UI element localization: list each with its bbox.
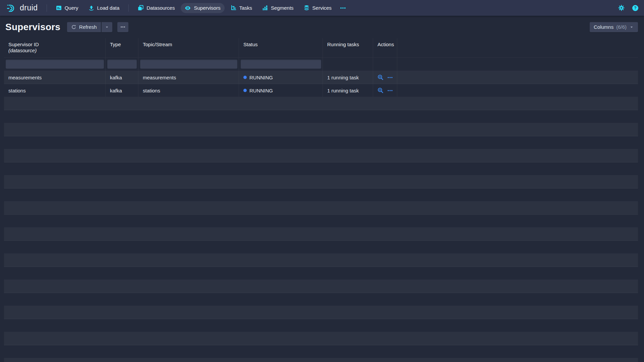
columns-label: Columns [594, 24, 613, 30]
bar-chart-icon [262, 5, 268, 11]
running-tasks-cell: 1 running task [323, 71, 373, 84]
filter-input-status[interactable] [241, 60, 321, 69]
empty-table-row [4, 280, 638, 293]
status-cell: RUNNING [239, 84, 323, 97]
table-row: measurementskafkameasurementsRUNNING1 ru… [4, 71, 638, 84]
empty-table-row [4, 267, 638, 280]
type-cell: kafka [106, 71, 138, 84]
druid-logo-icon [7, 3, 17, 13]
status-label: RUNNING [249, 75, 273, 80]
empty-table-row [4, 162, 638, 175]
nav-item-label: Load data [97, 5, 120, 11]
table-row: stationskafkastationsRUNNING1 running ta… [4, 84, 638, 97]
nav-item-datasources[interactable]: Datasources [134, 3, 179, 13]
empty-table-row [4, 123, 638, 136]
nav-item-tasks[interactable]: Tasks [227, 3, 256, 13]
inspect-icon[interactable] [377, 74, 384, 80]
refresh-button-group: Refresh [67, 22, 112, 32]
topic-stream-cell: stations [138, 84, 239, 97]
nav-item-services[interactable]: Services [300, 3, 336, 13]
topic-stream-cell: measurements [138, 71, 239, 84]
empty-table-row [4, 149, 638, 162]
row-more-icon[interactable] [387, 75, 393, 80]
row-more-icon[interactable] [387, 88, 393, 93]
empty-table-row [4, 306, 638, 319]
caret-down-icon [105, 25, 109, 29]
empty-table-row [4, 97, 638, 110]
empty-table-row [4, 241, 638, 254]
nav-more-button[interactable] [337, 3, 349, 13]
filter-input-type[interactable] [107, 60, 137, 69]
filter-input-supervisor-id[interactable] [6, 60, 104, 69]
druid-wordmark: druid [20, 3, 38, 12]
nav-divider [128, 4, 129, 12]
nav-item-supervisors[interactable]: Supervisors [181, 3, 224, 13]
empty-table-row [4, 332, 638, 345]
column-header-status[interactable]: Status [239, 38, 323, 57]
table-header-row: Supervisor ID (datasource) Type Topic/St… [4, 38, 638, 58]
refresh-label: Refresh [79, 24, 97, 30]
help-icon: ? [632, 5, 639, 11]
status-label: RUNNING [249, 88, 273, 93]
empty-table-row [4, 254, 638, 267]
nav-divider [47, 4, 47, 12]
empty-table-row [4, 110, 638, 123]
column-header-running-tasks[interactable]: Running tasks [323, 38, 373, 57]
empty-table-row [4, 293, 638, 306]
table-body: measurementskafkameasurementsRUNNING1 ru… [4, 71, 638, 362]
refresh-button[interactable]: Refresh [67, 22, 101, 32]
empty-table-row [4, 175, 638, 189]
table-filter-row [4, 58, 638, 71]
header-more-button[interactable] [117, 22, 128, 32]
type-cell: kafka [106, 84, 138, 97]
database-icon [304, 5, 309, 11]
refresh-icon [71, 24, 76, 30]
page-header: Supervisors Refresh Columns (6/6) [0, 16, 644, 38]
console-icon [56, 5, 62, 11]
empty-table-row [4, 228, 638, 241]
nav-item-load-data[interactable]: Load data [84, 3, 124, 13]
top-nav: druid Query Load data Datasources Super [0, 0, 644, 16]
columns-button[interactable]: Columns (6/6) [590, 22, 638, 32]
nav-item-label: Tasks [239, 5, 252, 11]
nav-item-label: Services [312, 5, 332, 11]
filter-input-topic-stream[interactable] [140, 60, 237, 69]
more-icon [340, 5, 346, 11]
gear-icon [618, 5, 625, 11]
settings-button[interactable] [618, 5, 625, 11]
column-header-supervisor-id[interactable]: Supervisor ID (datasource) [4, 38, 106, 57]
nav-item-label: Query [65, 5, 78, 11]
nav-item-segments[interactable]: Segments [258, 3, 298, 13]
status-dot-icon [243, 89, 247, 92]
nav-item-query[interactable]: Query [52, 3, 82, 13]
datasources-icon [138, 5, 143, 11]
empty-table-row [4, 202, 638, 215]
empty-table-row [4, 136, 638, 149]
nav-item-label: Datasources [147, 5, 175, 11]
help-button[interactable]: ? [632, 5, 639, 11]
supervisor-id-cell: measurements [4, 71, 106, 84]
column-header-filler [397, 38, 638, 57]
page-title: Supervisors [5, 22, 60, 32]
running-tasks-cell: 1 running task [323, 84, 373, 97]
column-header-topic-stream[interactable]: Topic/Stream [138, 38, 239, 57]
svg-text:?: ? [634, 6, 636, 10]
status-dot-icon [243, 76, 247, 79]
eye-icon [185, 5, 191, 11]
upload-icon [89, 5, 94, 11]
gantt-icon [231, 5, 236, 11]
nav-item-label: Supervisors [194, 5, 220, 11]
empty-table-row [4, 215, 638, 228]
empty-table-row [4, 319, 638, 332]
refresh-interval-button[interactable] [102, 22, 112, 32]
empty-table-row [4, 345, 638, 358]
column-header-type[interactable]: Type [106, 38, 138, 57]
status-cell: RUNNING [239, 71, 323, 84]
more-icon [120, 24, 125, 29]
column-header-actions[interactable]: Actions [373, 38, 397, 57]
columns-count: (6/6) [616, 24, 627, 30]
supervisor-id-cell: stations [4, 84, 106, 97]
inspect-icon[interactable] [377, 87, 384, 93]
druid-logo[interactable]: druid [7, 3, 38, 13]
supervisors-table: Supervisor ID (datasource) Type Topic/St… [4, 38, 638, 362]
